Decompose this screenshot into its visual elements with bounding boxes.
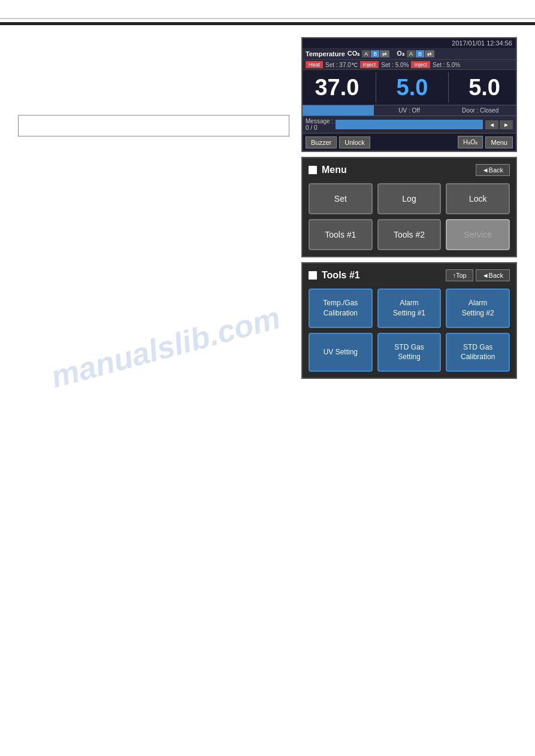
btn-heat[interactable]: Heat xyxy=(306,61,323,68)
menu-btn-service: Service xyxy=(446,219,510,250)
co2-btn-b[interactable]: B xyxy=(371,50,379,57)
set-o2-text: Set : 5.0% xyxy=(433,62,460,68)
co2-btn-a[interactable]: A xyxy=(362,50,370,57)
message-nav: ◄ ► xyxy=(485,120,513,129)
menu-btn-log[interactable]: Log xyxy=(377,183,442,214)
menu-btn-tools1[interactable]: Tools #1 xyxy=(309,219,373,250)
tools1-panel-header: Tools #1 ↑Top ◄Back xyxy=(309,269,510,281)
menu-btn-tools2[interactable]: Tools #2 xyxy=(377,219,442,250)
msg-nav-right[interactable]: ► xyxy=(500,120,513,129)
message-box xyxy=(335,120,483,129)
menu-title: Menu xyxy=(309,165,347,175)
divider-1 xyxy=(376,72,376,102)
text-box xyxy=(18,115,289,136)
btn-h2o2[interactable]: H₂O₂ xyxy=(458,136,483,148)
screen-status-row: UV : Off Door : Closed xyxy=(303,105,516,116)
status-uv: UV : Off xyxy=(374,105,445,116)
display-screen: 2017/01/01 12:34:56 Temperature CO₂ A B … xyxy=(301,37,517,152)
menu-btn-lock[interactable]: Lock xyxy=(446,183,510,214)
screen-message-row: Message : 0 / 0 ◄ ► xyxy=(303,116,516,133)
tools1-title: Tools #1 xyxy=(309,270,360,281)
menu-panel: Menu ◄Back Set Log Lock Tools #1 Tools #… xyxy=(301,157,517,257)
temp-label: Temperature xyxy=(306,50,345,57)
o2-btn-arrow[interactable]: ⇄ xyxy=(425,50,434,57)
tools1-btn-std-gas-setting[interactable]: STD GasSetting xyxy=(377,333,442,372)
screen-bottom-row: Buzzer Unlock H₂O₂ Menu xyxy=(303,133,516,151)
main-content: 2017/01/01 12:34:56 Temperature CO₂ A B … xyxy=(0,25,535,391)
divider-2 xyxy=(448,72,449,102)
right-area: 2017/01/01 12:34:56 Temperature CO₂ A B … xyxy=(301,37,517,379)
o2-btn-a[interactable]: A xyxy=(407,50,415,57)
msg-nav-left[interactable]: ◄ xyxy=(485,120,498,129)
tools1-back-button[interactable]: ◄Back xyxy=(476,269,510,281)
menu-btn-set[interactable]: Set xyxy=(309,183,373,214)
tools1-btn-temp-gas[interactable]: Temp./GasCalibration xyxy=(309,289,373,328)
btn-menu-screen[interactable]: Menu xyxy=(485,136,513,148)
menu-grid: Set Log Lock Tools #1 Tools #2 Service xyxy=(309,183,510,250)
co2-label: CO₂ xyxy=(347,50,360,57)
screen-header-row: Temperature CO₂ A B ⇄ O₂ A B ⇄ xyxy=(303,48,516,59)
o2-value: 5.0 xyxy=(458,75,512,101)
set-co2-text: Set : 5.0% xyxy=(381,62,409,68)
tools1-panel: Tools #1 ↑Top ◄Back Temp./GasCalibration… xyxy=(301,262,517,379)
o2-ab-buttons: A B ⇄ xyxy=(407,50,434,57)
co2-ab-buttons: A B ⇄ xyxy=(362,50,389,57)
co2-value: 5.0 xyxy=(385,75,439,101)
screen-values-row: 37.0 5.0 5.0 xyxy=(303,69,516,105)
menu-back-button[interactable]: ◄Back xyxy=(476,164,510,176)
menu-title-square xyxy=(309,166,317,174)
tools1-title-square xyxy=(309,271,317,280)
o2-btn-inject[interactable]: Inject xyxy=(411,61,430,68)
screen-datetime: 2017/01/01 12:34:56 xyxy=(303,38,516,48)
tools1-top-button[interactable]: ↑Top xyxy=(446,269,473,281)
co2-btn-inject[interactable]: Inject xyxy=(360,61,379,68)
tools1-btn-alarm1[interactable]: AlarmSetting #1 xyxy=(377,289,442,328)
btn-buzzer[interactable]: Buzzer xyxy=(306,136,337,148)
co2-btn-arrow[interactable]: ⇄ xyxy=(380,50,389,57)
left-area xyxy=(18,37,289,379)
tools1-grid: Temp./GasCalibration AlarmSetting #1 Ala… xyxy=(309,289,510,372)
tools1-btn-uv[interactable]: UV Setting xyxy=(309,333,373,372)
tools1-btn-std-gas-cal[interactable]: STD GasCalibration xyxy=(446,333,510,372)
message-label: Message : 0 / 0 xyxy=(306,118,333,131)
temp-value: 37.0 xyxy=(307,75,367,101)
btn-unlock[interactable]: Unlock xyxy=(339,136,370,148)
o2-label: O₂ xyxy=(397,50,404,57)
status-temp xyxy=(303,105,374,116)
set-temp-text: Set : 37.0℃ xyxy=(325,62,358,68)
tools1-nav-btns: ↑Top ◄Back xyxy=(446,269,510,281)
status-door: Door : Closed xyxy=(445,105,516,116)
top-border-thin xyxy=(0,18,535,19)
o2-btn-b[interactable]: B xyxy=(416,50,424,57)
screen-sub-row: Heat Set : 37.0℃ Inject Set : 5.0% Injec… xyxy=(303,59,516,69)
menu-panel-header: Menu ◄Back xyxy=(309,164,510,176)
tools1-btn-alarm2[interactable]: AlarmSetting #2 xyxy=(446,289,510,328)
